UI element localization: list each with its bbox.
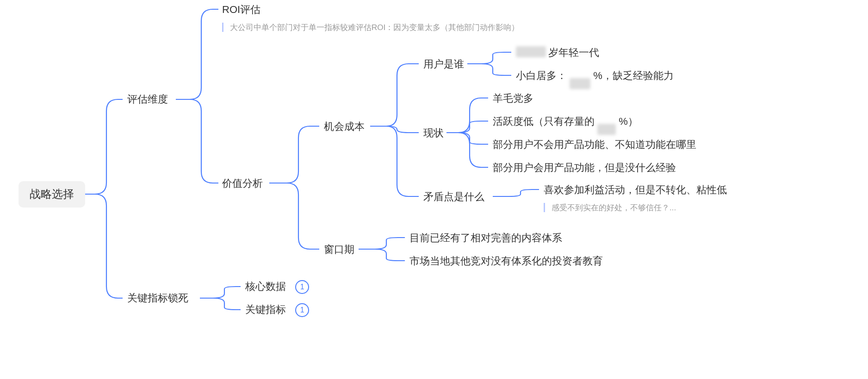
note-roi: 大公司中单个部门对于单一指标较难评估ROI：因为变量太多（其他部门动作影响） — [222, 22, 519, 33]
node-no-competitor-edu[interactable]: 市场当地其他竞对没有体系化的投资者教育 — [409, 255, 603, 267]
redacted-age — [516, 46, 546, 57]
note-contradiction: 感受不到实在的好处，不够信任？... — [544, 202, 676, 213]
mindmap-connectors — [0, 0, 868, 379]
node-likes-benefit[interactable]: 喜欢参加利益活动，但是不转化、粘性低 — [544, 184, 727, 196]
low-activity-suffix: %） — [619, 116, 638, 127]
node-window-period[interactable]: 窗口期 — [324, 244, 354, 256]
node-roi[interactable]: ROI评估 — [222, 4, 260, 16]
node-contradiction[interactable]: 矛盾点是什么 — [423, 191, 484, 203]
low-activity-prefix: 活跃度低（只有存量的 — [493, 116, 595, 127]
note-roi-text: 大公司中单个部门对于单一指标较难评估ROI：因为变量太多（其他部门动作影响） — [230, 23, 519, 32]
node-who-user[interactable]: 用户是谁 — [423, 58, 464, 70]
node-eval-dimension[interactable]: 评估维度 — [127, 93, 168, 105]
novice-suffix: %，缺乏经验能力 — [593, 70, 674, 81]
node-opportunity-cost[interactable]: 机会成本 — [324, 121, 365, 133]
node-value-analysis[interactable]: 价值分析 — [222, 177, 263, 190]
node-key-lock[interactable]: 关键指标锁死 — [127, 292, 188, 304]
node-low-activity[interactable]: 活跃度低（只有存量的 %） — [493, 116, 638, 128]
node-status[interactable]: 现状 — [423, 127, 444, 139]
node-inexperienced[interactable]: 部分用户会用产品功能，但是没什么经验 — [493, 162, 676, 174]
node-key-indicator[interactable]: 关键指标 1 — [245, 303, 309, 317]
node-unfamiliar[interactable]: 部分用户不会用产品功能、不知道功能在哪里 — [493, 139, 696, 151]
node-novice[interactable]: 小白居多： %，缺乏经验能力 — [516, 70, 674, 82]
node-young-gen[interactable]: 岁年轻一代 — [548, 47, 599, 59]
key-indicator-label: 关键指标 — [245, 304, 286, 315]
note-contradiction-text: 感受不到实在的好处，不够信任？... — [552, 203, 676, 212]
root-node[interactable]: 战略选择 — [19, 181, 85, 208]
badge-key-indicator[interactable]: 1 — [295, 303, 309, 317]
node-content-system[interactable]: 目前已经有了相对完善的内容体系 — [409, 232, 562, 244]
node-core-data[interactable]: 核心数据 1 — [245, 280, 309, 294]
novice-prefix: 小白居多： — [516, 70, 567, 81]
badge-core-data[interactable]: 1 — [295, 280, 309, 294]
node-freeloaders[interactable]: 羊毛党多 — [493, 92, 533, 104]
core-data-label: 核心数据 — [245, 281, 286, 292]
